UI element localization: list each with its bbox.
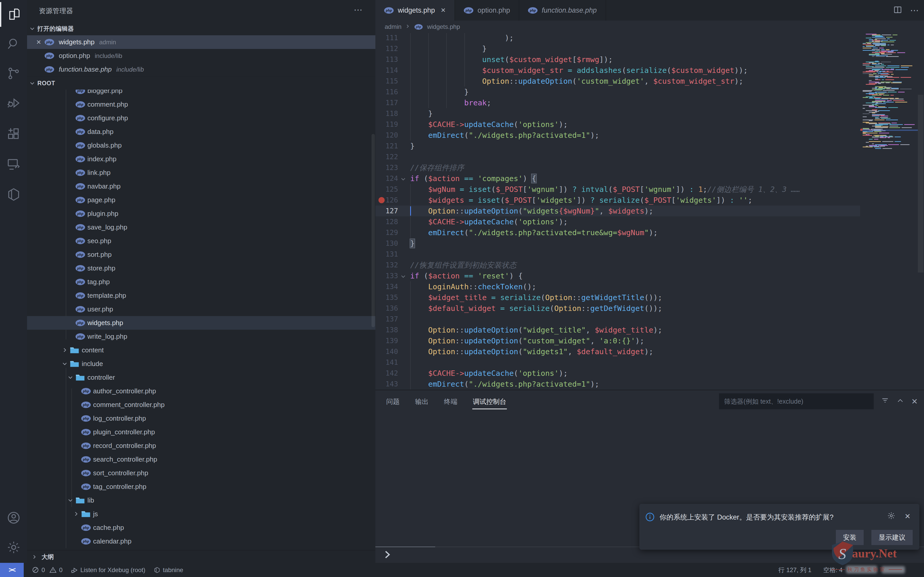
panel-tab-终端[interactable]: 终端 (443, 393, 458, 411)
breadcrumb-folder[interactable]: admin (384, 23, 401, 31)
remote-indicator[interactable]: >< (0, 563, 24, 577)
tree-file-calendar[interactable]: phpcalendar.php (27, 535, 375, 548)
tree-file-plugin_controller[interactable]: phpplugin_controller.php (27, 425, 375, 439)
tree-folder-lib[interactable]: lib (27, 493, 375, 507)
tree-file-index[interactable]: phpindex.php (27, 152, 375, 166)
tree-file-sort_controller[interactable]: phpsort_controller.php (27, 466, 375, 480)
accounts-icon[interactable] (0, 504, 27, 532)
panel-tab-问题[interactable]: 问题 (386, 393, 400, 411)
minimap-line (863, 91, 872, 92)
notification-close-icon[interactable]: ✕ (905, 512, 911, 521)
status-cursor-position[interactable]: 行 127, 列 1 (778, 566, 811, 574)
code-text: break; (410, 97, 491, 108)
tab-option.php[interactable]: phpoption.php (455, 0, 519, 21)
code-text: } (410, 87, 469, 97)
tree-file-template[interactable]: phptemplate.php (27, 289, 375, 302)
tree-file-data[interactable]: phpdata.php (27, 125, 375, 139)
tree-file-plugin[interactable]: phpplugin.php (27, 207, 375, 221)
php-file-icon: php (81, 429, 91, 435)
line-number: 123 (375, 162, 398, 173)
text-cursor (410, 206, 411, 216)
line-number: 132 (375, 259, 398, 271)
tree-file-write_log[interactable]: phpwrite_log.php (27, 330, 375, 343)
code-line-120: 120 emDirect("./widgets.php?activated=1"… (375, 130, 924, 141)
open-editor-item[interactable]: ✕phpwidgets.phpadmin (27, 35, 375, 49)
tree-file-blogger[interactable]: phpblogger.php (27, 90, 375, 98)
tree-file-author_controller[interactable]: phpauthor_controller.php (27, 384, 375, 398)
panel-tab-输出[interactable]: 输出 (415, 393, 429, 411)
minimap[interactable] (860, 33, 918, 390)
open-editor-item[interactable]: phpoption.phpinclude/lib (27, 49, 375, 63)
indent-guide (410, 43, 411, 54)
tree-file-store[interactable]: phpstore.php (27, 261, 375, 275)
source-control-icon[interactable] (0, 59, 27, 88)
breadcrumb[interactable]: admin php widgets.php (375, 21, 924, 33)
tree-folder-js[interactable]: js (27, 507, 375, 521)
editor-more-actions-icon[interactable]: ⋯ (910, 5, 919, 15)
tree-file-comment_controller[interactable]: phpcomment_controller.php (27, 398, 375, 412)
explorer-icon[interactable] (0, 0, 27, 28)
tree-file-navbar[interactable]: phpnavbar.php (27, 179, 375, 193)
tree-file-globals[interactable]: phpglobals.php (27, 139, 375, 152)
panel-tab-调试控制台[interactable]: 调试控制台 (472, 393, 507, 411)
editor-scrollbar[interactable] (918, 95, 924, 272)
tree-item-label: comment.php (87, 100, 128, 108)
tree-file-cache[interactable]: phpcache.php (27, 521, 375, 535)
close-editor-icon[interactable]: ✕ (33, 39, 45, 46)
tree-file-link[interactable]: phplink.php (27, 166, 375, 179)
maximize-panel-icon[interactable] (897, 397, 904, 406)
notification-gear-icon[interactable] (887, 512, 895, 521)
debug-console-filter-input[interactable] (719, 393, 874, 409)
tabnine-status[interactable]: tabnine (153, 566, 183, 574)
tree-file-comment[interactable]: phpcomment.php (27, 98, 375, 111)
tab-function.base.php[interactable]: phpfunction.base.php (519, 0, 606, 21)
filter-icon[interactable] (881, 397, 889, 406)
line-number: 119 (375, 119, 398, 130)
open-editors-header[interactable]: 打开的编辑器 (27, 22, 375, 35)
remote-explorer-icon[interactable] (0, 150, 27, 178)
tabnine-icon[interactable] (0, 181, 27, 209)
sidebar-scrollbar[interactable] (372, 134, 375, 327)
outline-section-header[interactable]: 大纲 (27, 550, 375, 563)
search-icon[interactable] (0, 30, 27, 58)
run-debug-icon[interactable] (0, 89, 27, 117)
problems-status[interactable]: 0 0 (32, 566, 63, 574)
tree-file-tag_controller[interactable]: phptag_controller.php (27, 480, 375, 493)
indent-guide (410, 33, 411, 43)
sidebar-more-actions-icon[interactable]: ⋯ (354, 5, 362, 15)
code-editor[interactable]: 111 );112 }113 unset($custom_widget[$rmw… (375, 33, 924, 390)
tree-file-seo[interactable]: phpseo.php (27, 234, 375, 248)
indent-guide (446, 97, 447, 108)
php-file-icon: php (76, 90, 85, 94)
tree-folder-content[interactable]: content (27, 343, 375, 357)
root-folder-header[interactable]: ROOT (27, 76, 375, 90)
tree-file-sort[interactable]: phpsort.php (27, 248, 375, 261)
code-text: Option::updateOption("widgets1", $defaul… (410, 346, 653, 357)
tree-file-log_controller[interactable]: phplog_controller.php (27, 412, 375, 425)
tree-file-widgets[interactable]: phpwidgets.php (27, 316, 375, 330)
tree-file-configure[interactable]: phpconfigure.php (27, 111, 375, 125)
tab-widgets.php[interactable]: phpwidgets.php✕ (375, 0, 455, 21)
tree-file-save_log[interactable]: phpsave_log.php (27, 221, 375, 234)
indent-guide (446, 43, 447, 54)
repl-prompt-icon[interactable] (382, 550, 393, 561)
minimap-line (872, 37, 893, 38)
tree-file-tag[interactable]: phptag.php (27, 275, 375, 289)
open-editor-item[interactable]: phpfunction.base.phpinclude/lib (27, 63, 375, 76)
tree-file-search_controller[interactable]: phpsearch_controller.php (27, 453, 375, 466)
close-tab-icon[interactable]: ✕ (441, 7, 446, 14)
extensions-icon[interactable] (0, 120, 27, 148)
indent-guide (428, 76, 429, 87)
settings-gear-icon[interactable] (0, 533, 27, 562)
tree-folder-controller[interactable]: controller (27, 371, 375, 384)
php-file-icon: php (81, 524, 91, 531)
tree-file-record_controller[interactable]: phprecord_controller.php (27, 439, 375, 453)
tree-file-checkcode[interactable]: phpcheckcode.php (27, 548, 375, 550)
breadcrumb-file[interactable]: widgets.php (427, 23, 460, 31)
split-editor-icon[interactable] (893, 5, 902, 15)
tree-folder-include[interactable]: include (27, 357, 375, 371)
tree-file-page[interactable]: phppage.php (27, 193, 375, 207)
tree-file-user[interactable]: phpuser.php (27, 302, 375, 316)
debug-status[interactable]: Listen for Xdebug (root) (71, 566, 145, 574)
close-panel-icon[interactable]: ✕ (911, 397, 918, 406)
